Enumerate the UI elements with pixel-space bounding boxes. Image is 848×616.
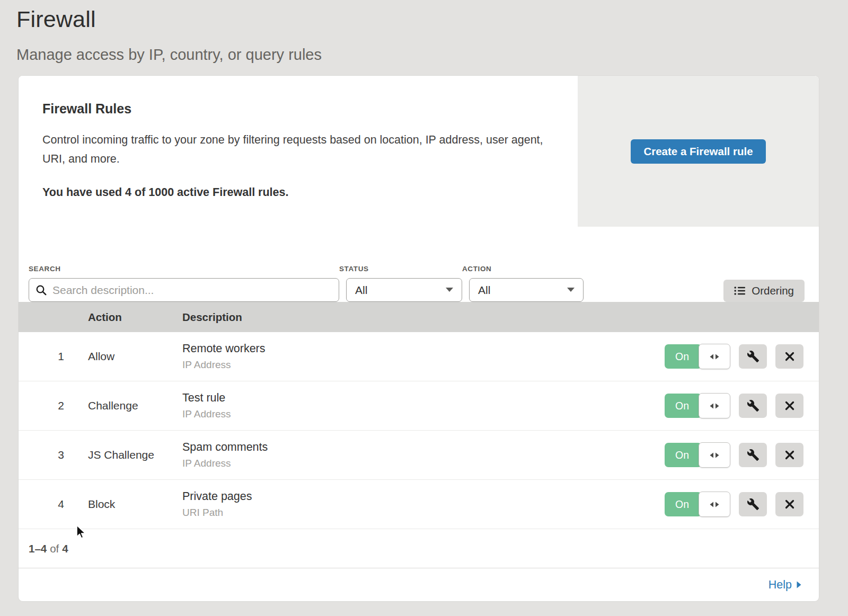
rule-controls: On [665, 344, 819, 369]
delete-rule-button[interactable] [775, 394, 803, 418]
rule-field: IP Address [182, 458, 665, 469]
left-right-arrows-icon [710, 452, 719, 458]
ordering-button[interactable]: Ordering [723, 280, 805, 302]
table-row: 4 Block Private pages URI Path On [19, 480, 819, 529]
table-row: 1 Allow Remote workers IP Address On [19, 332, 819, 381]
rule-description: Spam comments [182, 441, 665, 454]
page-header: Firewall Manage access by IP, country, o… [0, 0, 848, 64]
rule-controls: On [665, 442, 819, 468]
rule-field: URI Path [182, 507, 665, 519]
delete-rule-button[interactable] [775, 492, 803, 516]
rule-priority: 2 [19, 399, 88, 412]
pagination-status: 1–4 of 4 [19, 529, 819, 568]
rule-action: JS Challenge [88, 449, 182, 461]
close-icon [784, 351, 795, 362]
create-rule-panel: Create a Firewall rule [578, 76, 819, 227]
action-column-header: Action [88, 311, 182, 324]
edit-rule-button[interactable] [739, 492, 767, 516]
toggle-knob[interactable] [699, 442, 730, 468]
wrench-icon [747, 498, 759, 511]
wrench-icon [747, 350, 759, 363]
arrow-right-icon [797, 581, 801, 588]
firewall-rules-card: Firewall Rules Control incoming traffic … [19, 76, 819, 601]
table-row: 3 JS Challenge Spam comments IP Address … [19, 431, 819, 480]
table-header: Action Description [19, 302, 819, 332]
toggle-knob[interactable] [699, 492, 730, 517]
status-label: STATUS [339, 265, 462, 273]
rule-description-cell: Spam comments IP Address [182, 441, 665, 469]
status-selected-value: All [355, 284, 367, 297]
pagination-total: 4 [62, 542, 68, 555]
close-icon [784, 499, 795, 510]
rules-description-block: Firewall Rules Control incoming traffic … [19, 76, 578, 227]
action-label: ACTION [462, 265, 584, 273]
search-icon [36, 284, 47, 296]
wrench-icon [747, 449, 759, 461]
rule-description-cell: Test rule IP Address [182, 391, 665, 420]
rule-enabled-toggle[interactable]: On [665, 393, 730, 418]
search-box[interactable] [29, 278, 339, 302]
rule-controls: On [665, 492, 819, 517]
help-link-label: Help [768, 578, 792, 592]
close-icon [784, 400, 795, 411]
delete-rule-button[interactable] [775, 344, 803, 369]
toggle-on-label[interactable]: On [665, 394, 702, 418]
left-right-arrows-icon [710, 403, 719, 409]
card-footer: Help [19, 568, 819, 601]
rule-description-cell: Private pages URI Path [182, 490, 665, 519]
toggle-knob[interactable] [699, 393, 730, 418]
edit-rule-button[interactable] [739, 344, 767, 369]
rule-description: Private pages [182, 490, 665, 503]
toggle-on-label[interactable]: On [665, 492, 702, 516]
rule-priority: 4 [19, 498, 88, 511]
delete-rule-button[interactable] [775, 443, 803, 467]
rule-enabled-toggle[interactable]: On [665, 344, 730, 369]
search-label: SEARCH [29, 265, 339, 273]
chevron-down-icon [446, 288, 453, 292]
pagination-of: of [50, 542, 59, 555]
action-selected-value: All [478, 284, 490, 297]
rule-field: IP Address [182, 359, 665, 371]
action-filter-group: ACTION All [462, 265, 584, 302]
edit-rule-button[interactable] [739, 443, 767, 467]
rule-controls: On [665, 393, 819, 418]
status-filter-group: STATUS All [339, 265, 462, 302]
page-title: Firewall [16, 6, 848, 32]
rule-description: Test rule [182, 391, 665, 405]
search-filter-group: SEARCH [29, 265, 339, 302]
status-select[interactable]: All [346, 278, 462, 302]
list-ordering-icon [734, 286, 746, 296]
rule-description: Remote workers [182, 342, 665, 355]
rules-card-description: Control incoming traffic to your zone by… [42, 130, 546, 168]
toggle-on-label[interactable]: On [665, 344, 702, 369]
wrench-icon [747, 399, 759, 412]
search-input[interactable] [52, 284, 332, 297]
page-subtitle: Manage access by IP, country, or query r… [16, 46, 848, 64]
rules-summary-section: Firewall Rules Control incoming traffic … [19, 76, 819, 227]
description-column-header: Description [182, 311, 819, 324]
toggle-knob[interactable] [699, 344, 730, 369]
rule-priority: 1 [19, 350, 88, 363]
edit-rule-button[interactable] [739, 394, 767, 418]
left-right-arrows-icon [710, 354, 719, 360]
rule-enabled-toggle[interactable]: On [665, 492, 730, 517]
ordering-button-label: Ordering [752, 284, 794, 297]
rule-enabled-toggle[interactable]: On [665, 442, 730, 468]
rule-description-cell: Remote workers IP Address [182, 342, 665, 371]
create-firewall-rule-button[interactable]: Create a Firewall rule [631, 139, 765, 164]
rule-field: IP Address [182, 408, 665, 420]
help-link[interactable]: Help [768, 578, 801, 592]
toggle-on-label[interactable]: On [665, 443, 702, 467]
rules-card-title: Firewall Rules [42, 101, 556, 117]
left-right-arrows-icon [710, 502, 719, 507]
filters-bar: SEARCH STATUS All ACTION All [19, 227, 819, 302]
rule-action: Allow [88, 350, 182, 363]
close-icon [784, 450, 795, 460]
rule-priority: 3 [19, 449, 88, 461]
rules-usage-text: You have used 4 of 1000 active Firewall … [42, 186, 556, 199]
rule-action: Block [88, 498, 182, 511]
action-select[interactable]: All [469, 278, 584, 302]
pagination-range: 1–4 [29, 542, 47, 555]
rule-action: Challenge [88, 399, 182, 412]
chevron-down-icon [567, 288, 575, 292]
